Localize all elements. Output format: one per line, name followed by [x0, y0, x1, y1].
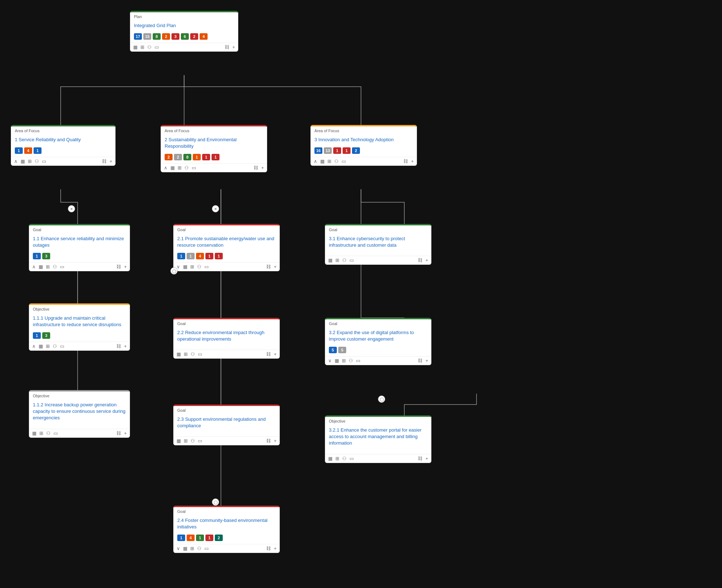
chart-icon[interactable]: ▦: [183, 264, 187, 269]
link-icon[interactable]: ⛓: [266, 546, 271, 551]
add-icon[interactable]: +: [425, 358, 428, 363]
calendar-icon[interactable]: ⊞: [140, 44, 144, 50]
chat-icon[interactable]: ▭: [349, 456, 354, 461]
link-icon[interactable]: ⛓: [102, 159, 106, 164]
collapse-goal11[interactable]: ∧: [32, 264, 36, 269]
calendar-icon[interactable]: ⊞: [342, 358, 346, 363]
chart-icon[interactable]: ▦: [320, 159, 325, 164]
add-icon[interactable]: +: [274, 438, 277, 444]
add-icon[interactable]: +: [274, 546, 277, 551]
people-icon[interactable]: ⚇: [334, 159, 339, 164]
link-icon[interactable]: ⛓: [225, 44, 229, 50]
link-icon[interactable]: ⛓: [116, 431, 121, 436]
calendar-icon[interactable]: ⊞: [190, 264, 194, 269]
calendar-icon[interactable]: ⊞: [190, 546, 194, 551]
people-icon[interactable]: ⚇: [342, 456, 347, 461]
link-icon[interactable]: ⛓: [253, 165, 258, 170]
people-icon[interactable]: ⚇: [349, 358, 353, 363]
chat-icon[interactable]: ▭: [342, 159, 346, 164]
add-icon[interactable]: +: [124, 264, 127, 269]
calendar-icon[interactable]: ⊞: [335, 456, 339, 461]
chart-icon[interactable]: ▦: [335, 358, 339, 363]
chart-icon[interactable]: ▦: [21, 159, 25, 164]
chat-icon[interactable]: ▭: [42, 159, 46, 164]
people-icon[interactable]: ⚇: [191, 351, 195, 357]
people-icon[interactable]: ⚇: [197, 546, 201, 551]
people-icon[interactable]: ⚇: [184, 165, 189, 170]
chat-icon[interactable]: ▭: [204, 264, 209, 269]
people-icon[interactable]: ⚇: [147, 44, 152, 50]
collapse-goal24[interactable]: ∨: [177, 546, 180, 551]
add-icon[interactable]: +: [124, 343, 127, 349]
people-icon[interactable]: ⚇: [53, 343, 57, 349]
chat-icon[interactable]: ▭: [204, 546, 209, 551]
chart-icon[interactable]: ▦: [183, 546, 187, 551]
add-icon[interactable]: +: [411, 159, 414, 164]
link-icon[interactable]: ⛓: [418, 358, 422, 363]
calendar-icon[interactable]: ⊞: [184, 438, 188, 444]
collapse-btn-area1-goal[interactable]: ✕: [68, 205, 75, 212]
collapse-btn-24[interactable]: ◯: [212, 498, 219, 506]
calendar-icon[interactable]: ⊞: [335, 258, 339, 263]
chart-icon[interactable]: ▦: [170, 165, 175, 170]
add-icon[interactable]: +: [232, 44, 235, 50]
chart-icon[interactable]: ▦: [177, 438, 181, 444]
collapse-area3[interactable]: ∧: [314, 159, 317, 164]
calendar-icon[interactable]: ⊞: [327, 159, 331, 164]
collapse-btn-area2-goals[interactable]: ✕: [212, 205, 219, 212]
add-icon[interactable]: +: [109, 159, 112, 164]
calendar-icon[interactable]: ⊞: [178, 165, 182, 170]
calendar-icon[interactable]: ⊞: [46, 264, 50, 269]
people-icon[interactable]: ⚇: [197, 264, 201, 269]
chat-icon[interactable]: ▭: [60, 264, 64, 269]
people-icon[interactable]: ⚇: [342, 258, 347, 263]
people-icon[interactable]: ⚇: [53, 264, 57, 269]
people-icon[interactable]: ⚇: [35, 159, 39, 164]
people-icon[interactable]: ⚇: [191, 438, 195, 444]
calendar-icon[interactable]: ⊞: [39, 431, 43, 436]
collapse-area2[interactable]: ∧: [164, 165, 168, 170]
add-icon[interactable]: +: [425, 258, 428, 263]
chat-icon[interactable]: ▭: [198, 351, 202, 357]
chart-icon[interactable]: ▦: [328, 258, 332, 263]
chat-icon[interactable]: ▭: [155, 44, 159, 50]
chat-icon[interactable]: ▭: [192, 165, 196, 170]
chat-icon[interactable]: ▭: [349, 258, 354, 263]
link-icon[interactable]: ⛓: [266, 351, 271, 357]
chart-icon[interactable]: ▦: [39, 264, 43, 269]
link-icon[interactable]: ⛓: [116, 343, 121, 349]
calendar-icon[interactable]: ⊞: [184, 351, 188, 357]
calendar-icon[interactable]: ⊞: [28, 159, 32, 164]
add-icon[interactable]: +: [425, 456, 428, 461]
link-icon[interactable]: ⛓: [266, 264, 271, 269]
link-icon[interactable]: ⛓: [266, 438, 271, 444]
collapse-area1[interactable]: ∧: [14, 159, 18, 164]
add-icon[interactable]: +: [274, 264, 277, 269]
calendar-icon[interactable]: ⊞: [46, 343, 50, 349]
chat-icon[interactable]: ▭: [198, 438, 202, 444]
chart-icon[interactable]: ▦: [133, 44, 138, 50]
link-icon[interactable]: ⛓: [418, 456, 422, 461]
collapse-obj111[interactable]: ∧: [32, 343, 36, 349]
collapse-goal32[interactable]: ∨: [328, 358, 332, 363]
link-icon[interactable]: ⛓: [403, 159, 408, 164]
add-icon[interactable]: +: [124, 431, 127, 436]
chat-icon[interactable]: ▭: [60, 343, 64, 349]
chart-icon[interactable]: ▦: [177, 351, 181, 357]
chart-icon[interactable]: ▦: [32, 431, 36, 436]
goal24-title: 2.4 Foster community-based environmental…: [174, 516, 279, 533]
chat-icon[interactable]: ▭: [356, 358, 360, 363]
collapse-btn-21[interactable]: ◯: [170, 267, 178, 274]
link-icon[interactable]: ⛓: [116, 264, 121, 269]
chart-icon[interactable]: ▦: [328, 456, 332, 461]
link-icon[interactable]: ⛓: [418, 258, 422, 263]
area1-header: Area of Focus: [11, 126, 115, 135]
chart-icon[interactable]: ▦: [39, 343, 43, 349]
chat-icon[interactable]: ▭: [53, 431, 58, 436]
add-icon[interactable]: +: [261, 165, 264, 170]
people-icon[interactable]: ⚇: [46, 431, 51, 436]
goal11-title: 1.1 Enhance service reliability and mini…: [29, 234, 130, 251]
collapse-btn-32[interactable]: ◯: [378, 395, 385, 403]
area2-toolbar: ∧ ▦ ⊞ ⚇ ▭ ⛓ +: [161, 163, 267, 172]
add-icon[interactable]: +: [274, 351, 277, 357]
